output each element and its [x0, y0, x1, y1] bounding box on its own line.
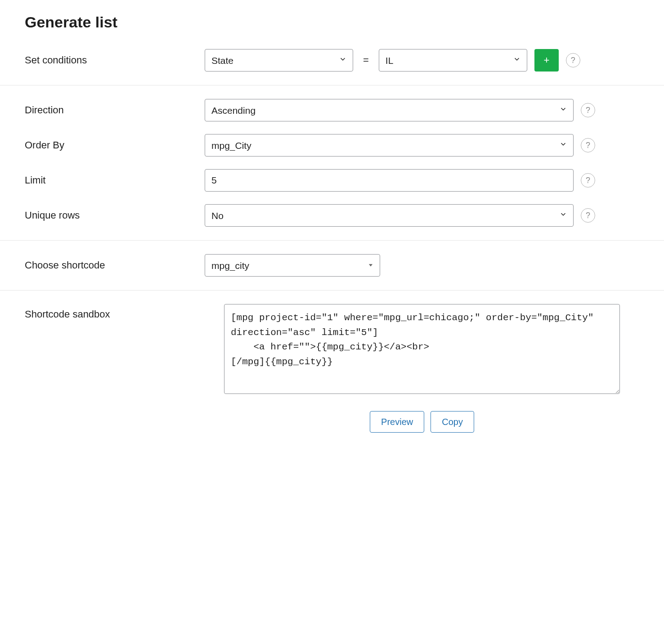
label-limit: Limit [25, 174, 205, 186]
copy-button[interactable]: Copy [431, 411, 474, 433]
plus-icon: + [543, 54, 549, 66]
section-sorting: Direction Ascending ? Order By mpg_ [0, 85, 664, 241]
section-sandbox: Shortcode sandbox Preview Copy [0, 291, 664, 446]
row-sandbox: Shortcode sandbox Preview Copy [25, 304, 639, 433]
condition-value-select[interactable]: IL [379, 49, 527, 72]
row-choose-shortcode: Choose shortcode mpg_city [25, 254, 639, 277]
condition-operator: = [360, 54, 372, 66]
row-direction: Direction Ascending ? [25, 99, 639, 121]
label-order-by: Order By [25, 139, 205, 151]
row-order-by: Order By mpg_City ? [25, 134, 639, 157]
unique-rows-select[interactable]: No [205, 204, 574, 227]
controls-set-conditions: State = IL + ? [205, 49, 639, 72]
sandbox-buttons: Preview Copy [370, 411, 474, 433]
help-icon[interactable]: ? [581, 103, 595, 117]
row-unique-rows: Unique rows No ? [25, 204, 639, 227]
row-limit: Limit ? [25, 169, 639, 192]
help-icon[interactable]: ? [566, 53, 580, 67]
section-shortcode: Choose shortcode mpg_city [0, 241, 664, 291]
label-choose-shortcode: Choose shortcode [25, 259, 205, 271]
order-by-select[interactable]: mpg_City [205, 134, 574, 157]
label-set-conditions: Set conditions [25, 54, 205, 66]
preview-button[interactable]: Preview [370, 411, 424, 433]
section-conditions: Generate list Set conditions State = IL [0, 0, 664, 85]
label-direction: Direction [25, 104, 205, 116]
help-icon[interactable]: ? [581, 208, 595, 223]
help-icon[interactable]: ? [581, 138, 595, 152]
direction-select[interactable]: Ascending [205, 99, 574, 121]
page-title: Generate list [25, 13, 639, 31]
generate-list-panel: Generate list Set conditions State = IL [0, 0, 664, 446]
label-sandbox: Shortcode sandbox [25, 304, 205, 320]
add-condition-button[interactable]: + [534, 49, 559, 72]
shortcode-select[interactable]: mpg_city [205, 254, 380, 277]
row-set-conditions: Set conditions State = IL [25, 49, 639, 72]
limit-input[interactable] [205, 169, 574, 192]
condition-field-select[interactable]: State [205, 49, 353, 72]
label-unique-rows: Unique rows [25, 210, 205, 221]
help-icon[interactable]: ? [581, 173, 595, 188]
sandbox-textarea[interactable] [224, 304, 620, 394]
